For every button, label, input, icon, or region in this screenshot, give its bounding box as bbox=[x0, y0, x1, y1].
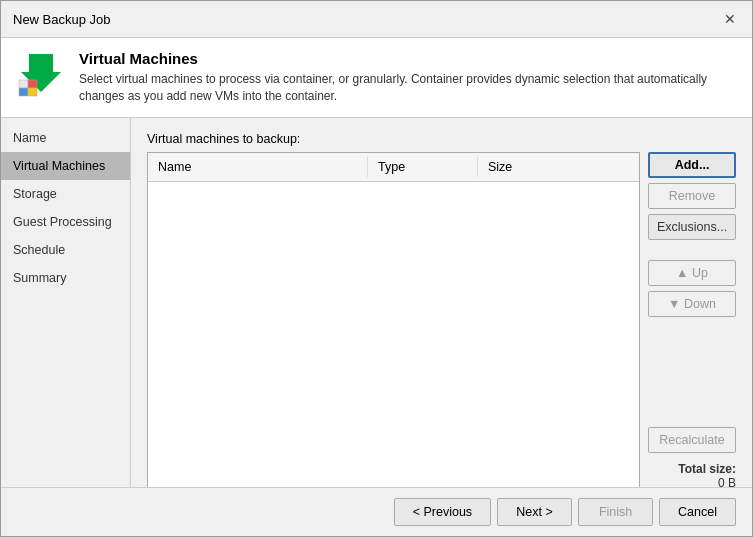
up-button[interactable]: ▲ Up bbox=[648, 260, 736, 286]
sidebar-item-virtual-machines[interactable]: Virtual Machines bbox=[1, 152, 130, 180]
dialog-title: New Backup Job bbox=[13, 12, 111, 27]
header-text-block: Virtual Machines Select virtual machines… bbox=[79, 50, 736, 105]
cancel-button[interactable]: Cancel bbox=[659, 498, 736, 526]
main-panel: Virtual machines to backup: Name Type Si… bbox=[131, 118, 752, 487]
exclusions-button[interactable]: Exclusions... bbox=[648, 214, 736, 240]
title-bar: New Backup Job ✕ bbox=[1, 1, 752, 38]
recalculate-button[interactable]: Recalculate bbox=[648, 427, 736, 453]
svg-rect-1 bbox=[19, 80, 28, 88]
sidebar-item-storage[interactable]: Storage bbox=[1, 180, 130, 208]
down-arrow-icon: ▼ bbox=[668, 297, 684, 311]
sidebar-item-guest-processing[interactable]: Guest Processing bbox=[1, 208, 130, 236]
up-arrow-icon: ▲ bbox=[676, 266, 692, 280]
footer: < Previous Next > Finish Cancel bbox=[1, 487, 752, 536]
remove-button[interactable]: Remove bbox=[648, 183, 736, 209]
content-area: NameVirtual MachinesStorageGuest Process… bbox=[1, 118, 752, 487]
col-name: Name bbox=[148, 157, 368, 177]
col-size: Size bbox=[478, 157, 639, 177]
svg-rect-3 bbox=[28, 80, 37, 88]
add-button[interactable]: Add... bbox=[648, 152, 736, 178]
next-button[interactable]: Next > bbox=[497, 498, 572, 526]
table-and-buttons: Name Type Size Add... Remove Exclusions.… bbox=[147, 152, 736, 487]
total-size-value: 0 B bbox=[718, 476, 736, 487]
section-label: Virtual machines to backup: bbox=[147, 132, 736, 146]
header-description: Select virtual machines to process via c… bbox=[79, 71, 736, 105]
down-button[interactable]: ▼ Down bbox=[648, 291, 736, 317]
new-backup-job-dialog: New Backup Job ✕ Virtual Machines Select… bbox=[0, 0, 753, 537]
sidebar-item-summary[interactable]: Summary bbox=[1, 264, 130, 292]
header-section: Virtual Machines Select virtual machines… bbox=[1, 38, 752, 118]
sidebar-item-schedule[interactable]: Schedule bbox=[1, 236, 130, 264]
previous-button[interactable]: < Previous bbox=[394, 498, 491, 526]
table-body[interactable] bbox=[148, 182, 639, 487]
svg-rect-4 bbox=[28, 88, 37, 96]
svg-rect-2 bbox=[19, 88, 28, 96]
col-type: Type bbox=[368, 157, 478, 177]
down-label: Down bbox=[684, 297, 716, 311]
header-title: Virtual Machines bbox=[79, 50, 736, 67]
close-button[interactable]: ✕ bbox=[720, 9, 740, 29]
header-icon bbox=[17, 50, 65, 98]
sidebar-item-name[interactable]: Name bbox=[1, 124, 130, 152]
vm-table: Name Type Size bbox=[147, 152, 640, 487]
table-header: Name Type Size bbox=[148, 153, 639, 182]
total-size-section: Total size: 0 B bbox=[648, 458, 736, 487]
finish-button[interactable]: Finish bbox=[578, 498, 653, 526]
side-buttons: Add... Remove Exclusions... ▲ Up ▼ Down bbox=[648, 152, 736, 487]
total-size-label: Total size: bbox=[678, 462, 736, 476]
sidebar: NameVirtual MachinesStorageGuest Process… bbox=[1, 118, 131, 487]
up-label: Up bbox=[692, 266, 708, 280]
